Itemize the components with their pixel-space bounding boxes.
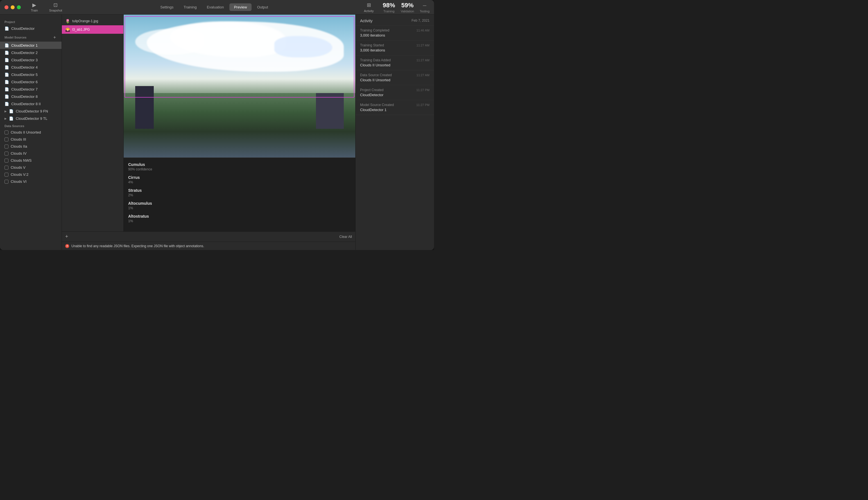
tab-preview[interactable]: Preview xyxy=(229,3,251,11)
activity-label: Activity xyxy=(364,9,374,13)
tab-training[interactable]: Training xyxy=(179,3,201,11)
toolbar-tabs: Settings Training Evaluation Preview Out… xyxy=(156,3,273,11)
main-content: Project 📄 CloudDetector Model Sources + … xyxy=(0,15,434,250)
sidebar-item-clouds-v[interactable]: Clouds V xyxy=(0,164,61,171)
model-name-3: CloudDetector 3 xyxy=(11,58,38,62)
train-button[interactable]: ▶ Train xyxy=(25,1,44,14)
datasource-name-5: Clouds NWS xyxy=(11,158,32,162)
model-name-8: CloudDetector 8 xyxy=(11,94,38,99)
sidebar-item-clouddetector3[interactable]: 📄 CloudDetector 3 xyxy=(0,56,61,64)
activity-row-3: Training Data Added 11:27 AM xyxy=(360,58,429,62)
cloud-visual-3 xyxy=(274,36,332,57)
error-bar: ✕ Unable to find any readable JSON files… xyxy=(62,241,355,250)
main-center: 🌷 tulipOrange-1.jpg 🌄 l3_ab1.JPG xyxy=(62,15,355,231)
sidebar-item-clouddetector8[interactable]: 📄 CloudDetector 8 xyxy=(0,93,61,100)
activity-time-2: 11:27 AM xyxy=(417,44,429,47)
clear-all-button[interactable]: Clear All xyxy=(339,235,352,239)
sidebar-item-clouddetector7[interactable]: 📄 CloudDetector 7 xyxy=(0,86,61,93)
chevron-icon-9fn: ▶ xyxy=(4,110,7,113)
close-button[interactable] xyxy=(4,5,9,9)
sidebar-item-clouds-iv[interactable]: Clouds IV xyxy=(0,150,61,157)
model-name-9fn: CloudDetector 9 FN xyxy=(16,109,48,113)
sidebar-item-clouddetector9tl[interactable]: ▶ 📄 CloudDetector 9 TL xyxy=(0,115,61,122)
testing-dash: – xyxy=(423,2,426,9)
sidebar-item-clouds-iii[interactable]: Clouds III xyxy=(0,136,61,143)
activity-value-3: Clouds II Unsorted xyxy=(360,63,429,67)
train-icon: ▶ xyxy=(32,2,36,8)
error-icon: ✕ xyxy=(65,244,69,248)
model-name-2: CloudDetector 2 xyxy=(11,50,38,55)
activity-panel-header: Activity Feb 7, 2021 xyxy=(356,15,434,26)
prediction-cirrus-name: Cirrus xyxy=(128,175,351,180)
tab-settings[interactable]: Settings xyxy=(156,3,178,11)
prediction-stratus-conf: 2% xyxy=(128,193,351,197)
model-name-6: CloudDetector 6 xyxy=(11,80,38,84)
model-icon-1: 📄 xyxy=(4,43,9,47)
sidebar-item-clouds-ii-unsorted[interactable]: Clouds II Unsorted xyxy=(0,129,61,136)
preview-image xyxy=(124,15,355,158)
snapshot-button[interactable]: ⊡ Snapshot xyxy=(44,1,68,14)
model-icon-9tl: 📄 xyxy=(9,116,13,121)
file-item-tulip[interactable]: 🌷 tulipOrange-1.jpg xyxy=(62,17,124,25)
sidebar-item-clouds-vi[interactable]: Clouds VI xyxy=(0,178,61,185)
activity-row-2: Training Started 11:27 AM xyxy=(360,43,429,47)
sidebar-item-project[interactable]: 📄 CloudDetector xyxy=(0,25,61,32)
file-icon-tulip: 🌷 xyxy=(65,19,70,23)
activity-button[interactable]: ⊞ Activity xyxy=(361,1,377,14)
activity-value-6: CloudDetector 1 xyxy=(360,108,429,112)
model-icon-8ii: 📄 xyxy=(4,102,9,106)
prediction-primary-conf: 90% confidence xyxy=(128,167,351,171)
prediction-altostratus: Altostratus 1% xyxy=(128,214,351,223)
prediction-altostratus-name: Altostratus xyxy=(128,214,351,218)
prediction-cirrus-conf: 4% xyxy=(128,180,351,184)
model-name-4: CloudDetector 4 xyxy=(11,65,38,69)
sidebar-item-clouddetector6[interactable]: 📄 CloudDetector 6 xyxy=(0,78,61,86)
chevron-icon-9tl: ▶ xyxy=(4,117,7,120)
datasource-name-6: Clouds V xyxy=(11,166,26,170)
toolbar-stats: 98% Training 59% Validation – Testing xyxy=(383,2,429,13)
tab-output[interactable]: Output xyxy=(253,3,273,11)
activity-item-training-started: Training Started 11:27 AM 3,000 iteratio… xyxy=(356,41,434,55)
model-icon-9fn: 📄 xyxy=(9,109,13,113)
file-item-l3ab1[interactable]: 🌄 l3_ab1.JPG xyxy=(62,25,124,34)
cloud-visual-2 xyxy=(135,29,205,55)
image-predictions-container: Cumulus 90% confidence Cirrus 4% Stratus… xyxy=(124,15,355,231)
sidebar-item-clouddetector5[interactable]: 📄 CloudDetector 5 xyxy=(0,71,61,78)
add-model-source-button[interactable]: + xyxy=(52,34,57,41)
sidebar-item-clouds-iia[interactable]: Clouds IIa xyxy=(0,143,61,150)
activity-header-label: Activity xyxy=(360,19,372,23)
sidebar-item-clouds-nws[interactable]: Clouds NWS xyxy=(0,157,61,164)
prediction-primary-name: Cumulus xyxy=(128,162,351,167)
maximize-button[interactable] xyxy=(17,5,21,9)
sidebar-item-clouddetector1[interactable]: 📄 CloudDetector 1 xyxy=(0,42,61,49)
model-sources-label: Model Sources xyxy=(4,36,26,39)
prediction-stratus-name: Stratus xyxy=(128,188,351,193)
prediction-altocumulus: Altocumulus 1% xyxy=(128,201,351,210)
model-name-5: CloudDetector 5 xyxy=(11,72,38,77)
training-pct: 98% xyxy=(383,2,395,9)
sidebar-item-clouddetector8ii[interactable]: 📄 CloudDetector 8 II xyxy=(0,100,61,107)
prediction-cirrus: Cirrus 4% xyxy=(128,175,351,184)
activity-row-5: Project Created 11:27 PM xyxy=(360,88,429,92)
sidebar-item-clouds-v2[interactable]: Clouds V:2 xyxy=(0,171,61,178)
tab-evaluation[interactable]: Evaluation xyxy=(202,3,229,11)
datasource-icon-4 xyxy=(4,151,9,156)
activity-value-5: CloudDetector xyxy=(360,93,429,97)
main-window: ▶ Train ⊡ Snapshot Settings Training Eva… xyxy=(0,0,434,250)
project-icon: 📄 xyxy=(4,26,9,31)
activity-type-5: Project Created xyxy=(360,88,383,92)
project-name: CloudDetector xyxy=(11,26,35,31)
model-name-8ii: CloudDetector 8 II xyxy=(11,102,41,106)
stat-validation: 59% Validation xyxy=(401,2,414,13)
sidebar-item-clouddetector9fn[interactable]: ▶ 📄 CloudDetector 9 FN xyxy=(0,107,61,115)
stat-training: 98% Training xyxy=(383,2,395,13)
datasource-name-2: Clouds III xyxy=(11,137,26,141)
model-icon-8: 📄 xyxy=(4,94,9,99)
image-preview-area xyxy=(124,15,355,158)
prediction-altocumulus-conf: 1% xyxy=(128,206,351,210)
activity-row-6: Model Source Created 11:27 PM xyxy=(360,103,429,107)
add-file-button[interactable]: + xyxy=(65,234,68,240)
minimize-button[interactable] xyxy=(11,5,15,9)
sidebar-item-clouddetector4[interactable]: 📄 CloudDetector 4 xyxy=(0,64,61,71)
sidebar-item-clouddetector2[interactable]: 📄 CloudDetector 2 xyxy=(0,49,61,56)
